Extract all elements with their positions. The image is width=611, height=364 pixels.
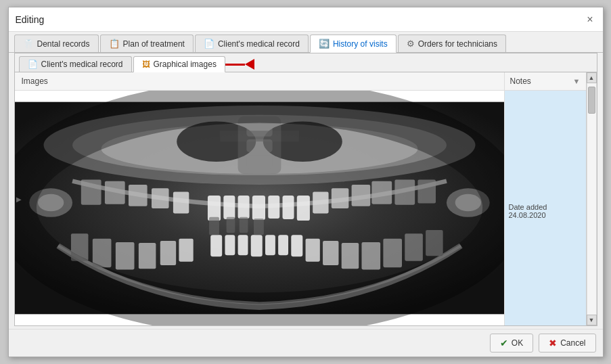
arrow-head bbox=[245, 59, 254, 70]
svg-rect-22 bbox=[371, 181, 392, 204]
svg-rect-26 bbox=[225, 235, 235, 255]
svg-rect-43 bbox=[405, 233, 423, 260]
vertical-scrollbar[interactable]: ▲ ▼ bbox=[586, 72, 597, 325]
svg-rect-56 bbox=[246, 155, 272, 168]
svg-rect-25 bbox=[210, 235, 222, 256]
svg-rect-29 bbox=[265, 235, 275, 255]
sub-tab-clients-medical[interactable]: 📄 Client's medical record bbox=[19, 56, 132, 72]
notes-cell: Date added 24.08.2020 bbox=[505, 91, 586, 325]
svg-rect-9 bbox=[237, 196, 249, 219]
svg-rect-12 bbox=[282, 196, 294, 219]
svg-rect-31 bbox=[291, 235, 302, 256]
svg-rect-28 bbox=[250, 235, 262, 256]
svg-rect-30 bbox=[278, 235, 288, 255]
svg-rect-40 bbox=[341, 243, 359, 269]
sub-clients-medical-icon: 📄 bbox=[28, 60, 38, 69]
svg-rect-41 bbox=[361, 242, 380, 269]
svg-rect-17 bbox=[104, 181, 125, 204]
svg-rect-27 bbox=[237, 235, 248, 255]
svg-rect-14 bbox=[173, 192, 188, 214]
tab-plan-treatment-label: Plan of treatment bbox=[123, 39, 185, 49]
svg-rect-21 bbox=[351, 185, 370, 206]
table-body: ▶ bbox=[15, 91, 586, 325]
tab-dental-records[interactable]: 🦷 Dental records bbox=[14, 35, 99, 52]
main-tabs-bar: 🦷 Dental records 📋 Plan of treatment 📄 C… bbox=[9, 32, 603, 53]
xray-svg bbox=[15, 91, 504, 325]
scroll-down-arrow[interactable]: ▼ bbox=[587, 315, 597, 325]
col-images-header: Images bbox=[15, 72, 505, 90]
tab-history-visits-label: History of visits bbox=[333, 39, 388, 49]
col-notes-label: Notes bbox=[510, 76, 531, 86]
tab-plan-treatment[interactable]: 📋 Plan of treatment bbox=[100, 35, 194, 52]
dialog-title: Editing bbox=[16, 14, 45, 25]
svg-rect-13 bbox=[296, 196, 309, 221]
close-button[interactable]: × bbox=[584, 13, 595, 26]
svg-rect-20 bbox=[331, 188, 348, 208]
date-added-label: Date added bbox=[509, 203, 582, 211]
medical-record-icon: 📄 bbox=[204, 39, 214, 49]
svg-rect-47 bbox=[239, 217, 248, 233]
svg-rect-42 bbox=[383, 239, 402, 268]
expand-left-arrow[interactable]: ▶ bbox=[16, 196, 22, 203]
sub-tab-graphical-images-label: Graphical images bbox=[154, 60, 217, 69]
svg-rect-32 bbox=[179, 239, 193, 262]
tab-medical-record[interactable]: 📄 Client's medical record bbox=[195, 35, 309, 52]
col-notes-header: Notes ▼ bbox=[505, 72, 586, 90]
xray-image-cell[interactable] bbox=[15, 91, 505, 325]
svg-rect-15 bbox=[152, 188, 169, 208]
scroll-track bbox=[587, 83, 597, 315]
plan-treatment-icon: 📋 bbox=[109, 39, 120, 49]
filter-icon[interactable]: ▼ bbox=[573, 77, 581, 85]
svg-rect-36 bbox=[92, 239, 111, 268]
svg-rect-8 bbox=[223, 196, 235, 219]
scroll-up-arrow[interactable]: ▲ bbox=[587, 72, 597, 83]
tab-medical-record-label: Client's medical record bbox=[218, 39, 300, 49]
cancel-label: Cancel bbox=[560, 338, 585, 348]
svg-rect-44 bbox=[426, 230, 443, 256]
main-panel: Images Notes ▼ ▶ bbox=[15, 72, 586, 325]
svg-rect-11 bbox=[268, 196, 279, 219]
svg-rect-35 bbox=[115, 242, 134, 269]
tab-dental-records-label: Dental records bbox=[37, 39, 90, 49]
svg-rect-18 bbox=[81, 180, 101, 205]
tab-orders-technicians[interactable]: ⚙ Orders for technicians bbox=[398, 35, 506, 52]
svg-point-52 bbox=[455, 194, 480, 212]
ok-button[interactable]: ✔ OK bbox=[490, 334, 533, 352]
svg-rect-39 bbox=[323, 241, 338, 265]
sub-graphical-images-icon: 🖼 bbox=[142, 60, 150, 69]
sub-tab-clients-medical-label: Client's medical record bbox=[41, 60, 123, 69]
tab-history-visits[interactable]: 🔄 History of visits bbox=[310, 35, 397, 53]
svg-rect-24 bbox=[417, 180, 436, 204]
svg-rect-54 bbox=[246, 124, 272, 137]
content-area: 📄 Client's medical record 🖼 Graphical im… bbox=[14, 53, 597, 326]
svg-rect-23 bbox=[394, 180, 415, 205]
cancel-icon: ✖ bbox=[549, 338, 557, 348]
svg-rect-48 bbox=[253, 219, 263, 235]
table-container: Images Notes ▼ ▶ bbox=[15, 72, 597, 325]
svg-rect-33 bbox=[160, 241, 175, 265]
svg-rect-19 bbox=[313, 192, 328, 214]
history-visits-icon: 🔄 bbox=[319, 39, 330, 49]
dialog-footer: ✔ OK ✖ Cancel bbox=[9, 329, 603, 357]
svg-rect-46 bbox=[226, 217, 235, 233]
dental-records-icon: 🦷 bbox=[23, 39, 34, 49]
ok-label: OK bbox=[512, 338, 523, 348]
tab-orders-technicians-label: Orders for technicians bbox=[418, 39, 497, 49]
sub-tabs-bar: 📄 Client's medical record 🖼 Graphical im… bbox=[15, 53, 597, 72]
svg-rect-55 bbox=[246, 139, 272, 152]
svg-rect-16 bbox=[128, 185, 147, 206]
date-added-value: 24.08.2020 bbox=[509, 211, 582, 219]
svg-point-50 bbox=[38, 194, 64, 212]
sub-tab-graphical-images[interactable]: 🖼 Graphical images bbox=[133, 56, 225, 72]
ok-icon: ✔ bbox=[500, 338, 508, 348]
svg-rect-38 bbox=[305, 239, 319, 262]
editing-dialog: Editing × 🦷 Dental records 📋 Plan of tre… bbox=[8, 7, 604, 357]
table-header: Images Notes ▼ bbox=[15, 72, 586, 91]
svg-rect-34 bbox=[138, 243, 156, 269]
svg-rect-45 bbox=[209, 217, 219, 235]
title-bar: Editing × bbox=[9, 7, 603, 32]
cancel-button[interactable]: ✖ Cancel bbox=[539, 334, 595, 352]
scroll-thumb[interactable] bbox=[588, 87, 595, 114]
svg-rect-7 bbox=[207, 196, 220, 221]
orders-technicians-icon: ⚙ bbox=[407, 39, 415, 49]
